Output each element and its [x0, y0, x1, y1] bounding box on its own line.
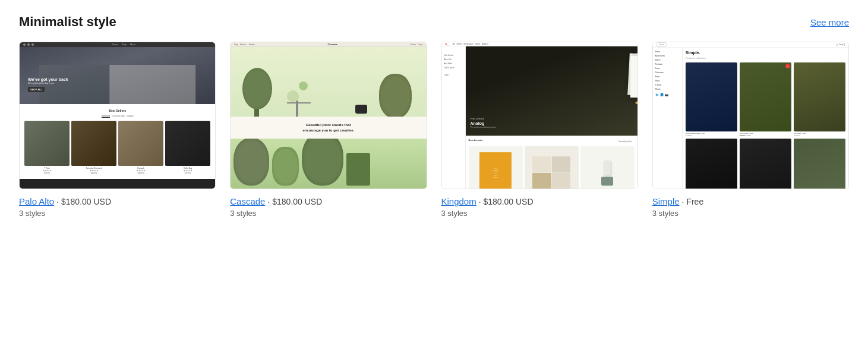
theme-name-line: Simple · Free: [652, 196, 849, 206]
palo-alto-product-grid: T Pack ★★★★★ $79.00 Everyday Rucksack ★★…: [24, 121, 210, 174]
kingdom-logo: k_: [446, 42, 449, 46]
kingdom-sidebar: Our Journal About Us And Wash Get In Tou…: [442, 46, 466, 189]
kingdom-nav: k_ All Gather Marketplace Books Apparel: [442, 42, 637, 46]
theme-preview-palo-alto[interactable]: Home Shop About We've got yo: [19, 42, 216, 189]
simple-sidebar: Home Accessories Denim Footwear Jeans Ou…: [653, 48, 683, 189]
palo-alto-link[interactable]: Palo Alto: [19, 196, 54, 206]
kingdom-link[interactable]: Kingdom: [441, 196, 476, 206]
palo-alto-tabs: Backpacks Commuter Bags Luggage: [24, 115, 210, 118]
product-image: [118, 121, 163, 166]
sidebar-link: Get In Touch: [444, 67, 463, 69]
simple-styles: 3 styles: [652, 209, 849, 218]
kingdom-products: New Arrivals View all products → TheMono…: [466, 136, 637, 189]
sidebar-link: Our Journal: [444, 54, 463, 57]
product-item-bottle: [580, 146, 635, 189]
section-title: Minimalist style: [19, 14, 116, 30]
preview-nav: Home Shop About: [20, 42, 215, 47]
jacket-olive-img: sale: [740, 62, 791, 131]
tab-commuter-bags[interactable]: Commuter Bags: [112, 115, 125, 118]
simple-featured-title: Featured collection: [686, 57, 845, 59]
simple-main: Simple. Featured collection Stealth Bomb…: [683, 48, 848, 189]
sidebar-accessories: Accessories: [655, 55, 680, 57]
cascade-styles: 3 styles: [230, 209, 427, 218]
product-item-book: TheMonocleGuidetoBetterLiving: [469, 146, 523, 189]
product-image: [165, 121, 210, 166]
simple-logo: Simple.: [686, 51, 845, 55]
theme-card-kingdom: k_ All Gather Marketplace Books Apparel: [441, 42, 638, 218]
sidebar-pants: Pants: [655, 76, 680, 78]
simple-product-grid: Stealth Bomber Jacket - Navy $1,380.95 s…: [686, 62, 845, 189]
cascade-price: · $180.00 USD: [267, 197, 322, 206]
palo-alto-styles: 3 styles: [19, 209, 216, 218]
theme-card-palo-alto: Home Shop About We've got yo: [19, 42, 216, 218]
cascade-nav: Blog About ▾ Articles Cascade Search Log…: [231, 42, 426, 47]
palo-alto-info: Palo Alto · $180.00 USD 3 styles: [19, 196, 216, 218]
simple-product-item: Wolfpack Jacket - Black $1,380.95 — Sold…: [686, 139, 737, 189]
theme-card-simple: Search 🛒 Cart (1) Home Accessories Denim…: [652, 42, 849, 218]
theme-preview-simple[interactable]: Search 🛒 Cart (1) Home Accessories Denim…: [652, 42, 849, 189]
simple-product-item: sale Storm Jacket - Olive $900.00 $499.9…: [740, 62, 791, 136]
palo-alto-shop-btn[interactable]: SHOP ALL: [28, 87, 45, 92]
cascade-bottom: [231, 139, 426, 189]
sidebar-tshirts: T-Shirts: [655, 84, 680, 86]
simple-product-item: Stealth Bomber Jacket - Navy $1,380.95: [686, 62, 737, 136]
theme-name-line: Cascade · $180.00 USD: [230, 196, 427, 206]
sidebar-link: About Us: [444, 58, 463, 61]
palo-alto-products: Best Sellers Backpacks Commuter Bags Lug…: [20, 104, 215, 179]
product-item: Daypack ★★★★★ $149.00: [118, 121, 163, 174]
section-header: Minimalist style See more: [19, 14, 849, 30]
jacket-black2-img: [740, 139, 791, 189]
palo-alto-hero: We've got your back We've got the perfec…: [20, 47, 215, 105]
jacket-camo-img: [794, 139, 845, 189]
simple-search-box: Search: [656, 42, 667, 47]
tab-backpacks[interactable]: Backpacks: [102, 115, 111, 118]
jacket-navy-img: [686, 62, 737, 131]
sidebar-shorts: Shorts: [655, 88, 680, 90]
product-image: [71, 121, 116, 166]
simple-product-item: Stealth Bomber Jacket - Fatigue $1,380.9…: [794, 139, 845, 189]
theme-preview-cascade[interactable]: Blog About ▾ Articles Cascade Search Log…: [230, 42, 427, 189]
cascade-logo: Cascade: [327, 43, 337, 46]
sidebar-shirts: Shirts: [655, 80, 680, 82]
simple-info: Simple · Free 3 styles: [652, 196, 849, 218]
simple-link[interactable]: Simple: [652, 196, 680, 206]
simple-nav: Search 🛒 Cart (1): [653, 42, 848, 48]
jacket-olive2-img: [794, 62, 845, 131]
sidebar-outerwear: Outerwear: [655, 71, 680, 74]
sidebar-link: And Wash: [444, 62, 463, 65]
see-more-link[interactable]: See more: [810, 17, 849, 27]
sidebar-denim: Denim: [655, 59, 680, 61]
kingdom-styles: 3 styles: [441, 209, 638, 218]
kingdom-preorder: PRE-ORDER Analog The simplest productivi…: [471, 117, 496, 128]
cascade-text: Beautiful plant stands thatencourage you…: [231, 117, 426, 139]
simple-product-item: Golf Jacket - Olive $1,286.95: [794, 62, 845, 136]
simple-price: · Free: [682, 197, 704, 206]
minimalist-section: Minimalist style See more Home Shop: [19, 14, 849, 218]
kingdom-main: PRE-ORDER Analog The simplest productivi…: [466, 46, 637, 189]
theme-preview-kingdom[interactable]: k_ All Gather Marketplace Books Apparel: [441, 42, 638, 189]
sale-badge: sale: [785, 64, 790, 68]
theme-card-cascade: Blog About ▾ Articles Cascade Search Log…: [230, 42, 427, 218]
palo-alto-hero-text: We've got your back We've got the perfec…: [28, 77, 68, 92]
kingdom-hero: PRE-ORDER Analog The simplest productivi…: [466, 46, 637, 136]
simple-product-item: Operator Storms Jacket - Black $1,380.95: [740, 139, 791, 189]
theme-name-line: Kingdom · $180.00 USD: [441, 196, 638, 206]
sidebar-home: Home: [655, 51, 680, 53]
tab-luggage[interactable]: Luggage: [127, 115, 134, 118]
product-image: [24, 121, 70, 166]
palo-alto-best-sellers: Best Sellers: [24, 109, 210, 112]
cascade-link[interactable]: Cascade: [230, 196, 265, 206]
sidebar-jeans: Jeans: [655, 67, 680, 70]
product-item: Everyday Rucksack ★★★★★ $139.00: [71, 121, 116, 174]
kingdom-sidebar-layout: Our Journal About Us And Wash Get In Tou…: [442, 46, 637, 189]
product-item-cards: [525, 146, 579, 189]
kingdom-info: Kingdom · $180.00 USD 3 styles: [441, 196, 638, 218]
cascade-tagline: Beautiful plant stands thatencourage you…: [236, 123, 420, 133]
kingdom-product-grid: TheMonocleGuidetoBetterLiving: [469, 146, 635, 189]
product-item: T Pack ★★★★★ $79.00: [24, 121, 70, 174]
sidebar-link-login: Login: [444, 74, 463, 76]
themes-grid: Home Shop About We've got yo: [19, 42, 849, 218]
kingdom-price: · $180.00 USD: [479, 197, 534, 206]
book-image: TheMonocleGuidetoBetterLiving: [479, 152, 512, 189]
simple-body: Home Accessories Denim Footwear Jeans Ou…: [653, 48, 848, 189]
